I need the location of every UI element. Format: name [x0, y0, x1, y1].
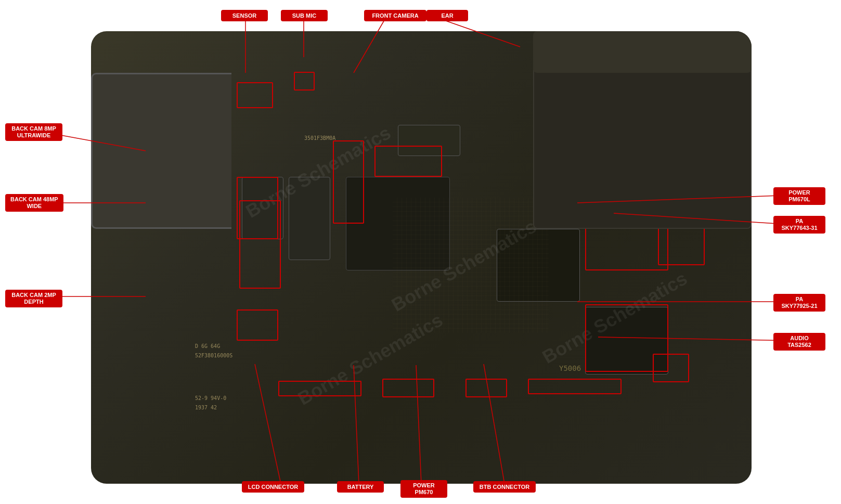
board-serial-1: 3501F3BM0A: [304, 135, 335, 141]
pa-sky77643-component: [658, 224, 705, 265]
board-serial-5: 1937 42: [195, 405, 217, 410]
back-cam-8mp-label: BACK CAM 8MP ULTRAWIDE: [5, 123, 62, 141]
power-pm670-component: [465, 379, 507, 397]
sensor-label: SENSOR: [221, 10, 268, 21]
board-y-mark: Y5006: [559, 364, 581, 372]
pa-sky77643-label: PA SKY77643-31: [773, 216, 825, 234]
battery-label: BATTERY: [337, 481, 384, 493]
power-pm670l-label: POWER PM670L: [773, 187, 825, 205]
back-cam-2mp-connector: [237, 309, 278, 341]
battery-component: [382, 379, 434, 397]
front-camera-component-box: [333, 140, 364, 224]
lcd-connector-component: [278, 381, 361, 396]
camera-connector-2: [374, 146, 442, 177]
pa-sky77925-label: PA SKY77925-21: [773, 294, 825, 312]
audio-tas2562-label: AUDIO TAS2562: [773, 333, 825, 351]
sub-mic-label: SUB MIC: [281, 10, 328, 21]
sensor-component-box: [237, 82, 273, 108]
back-cam-48mp-label: BACK CAM 48MP WIDE: [5, 194, 63, 212]
pcb-board: 3501F3BM0A D 6G 64G 52F38016000S 52-9 94…: [91, 31, 752, 484]
board-serial-2: D 6G 64G: [195, 343, 220, 349]
btb-connector-label: BTB CONNECTOR: [473, 481, 536, 493]
power-pm670-label: POWER PM670: [400, 480, 447, 498]
lcd-connector-label: LCD CONNECTOR: [242, 481, 304, 493]
board-serial-3: 52F38016000S: [195, 353, 232, 358]
btb-connector-component: [528, 379, 622, 394]
sub-mic-component-box: [294, 72, 315, 91]
board-serial-4: 52-9 94V-0: [195, 395, 226, 401]
front-camera-label: FRONT CAMERA: [364, 10, 426, 21]
back-cam-2mp-label: BACK CAM 2MP DEPTH: [5, 290, 62, 307]
back-cam-48mp-connector: [239, 200, 281, 289]
board-container: 3501F3BM0A D 6G 64G 52F38016000S 52-9 94…: [0, 0, 841, 504]
ear-label: EAR: [426, 10, 468, 21]
audio-component: [653, 354, 689, 382]
